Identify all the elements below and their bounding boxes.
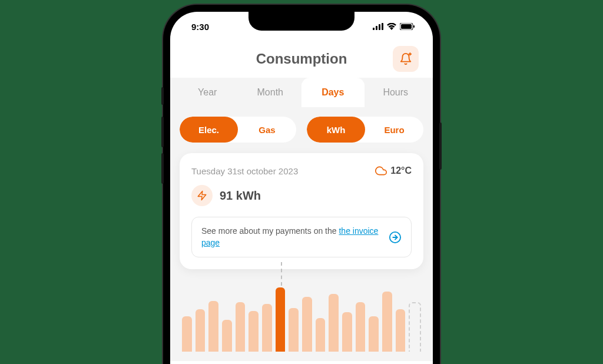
bell-plus-icon [399, 52, 412, 65]
chart-bar[interactable] [262, 304, 272, 352]
chart-bar[interactable] [276, 287, 286, 352]
chart-bar[interactable] [182, 316, 192, 352]
chart-bar[interactable] [289, 308, 299, 352]
unit-segment: kWh Euro [307, 117, 423, 143]
tab-month[interactable]: Month [239, 78, 302, 107]
period-tabs: Year Month Days Hours [170, 78, 433, 107]
chart-bar[interactable] [369, 316, 379, 352]
volume-down-button [161, 153, 164, 184]
arrow-circle-icon [389, 230, 402, 244]
signal-icon [373, 23, 383, 30]
summary-card: Tuesday 31st october 2023 12°C 91 kWh Se… [180, 153, 423, 269]
segment-gas[interactable]: Gas [238, 117, 296, 143]
chart-bar[interactable] [396, 309, 406, 352]
chart-bar[interactable] [208, 301, 218, 352]
invoice-callout[interactable]: See more about my payments on the the in… [191, 217, 412, 257]
chart-bar[interactable] [316, 318, 326, 352]
svg-rect-2 [379, 24, 380, 30]
chart-bar[interactable] [249, 311, 259, 352]
notification-button[interactable] [393, 46, 419, 72]
volume-up-button [161, 117, 164, 147]
svg-rect-5 [401, 24, 412, 29]
wifi-icon [387, 23, 396, 30]
chart-bar[interactable] [329, 294, 339, 352]
chart-bar[interactable] [222, 320, 232, 352]
segment-elec[interactable]: Elec. [180, 117, 238, 143]
selected-date: Tuesday 31st october 2023 [191, 166, 298, 176]
chart-bar[interactable] [196, 309, 206, 352]
consumption-chart[interactable] [180, 269, 423, 352]
battery-icon [400, 23, 415, 30]
svg-rect-0 [373, 28, 375, 30]
header: Consumption [170, 37, 433, 78]
page-title: Consumption [256, 51, 347, 67]
svg-rect-6 [413, 25, 415, 28]
chart-bar[interactable] [382, 292, 392, 352]
consumption-row: 91 kWh [191, 185, 412, 206]
segment-row: Elec. Gas kWh Euro [180, 117, 423, 143]
phone-frame: 9:30 Consumption Year Month Days Hours E… [163, 5, 440, 364]
temperature-value: 12°C [390, 166, 412, 176]
cloud-icon [375, 165, 387, 177]
card-header: Tuesday 31st october 2023 12°C [191, 165, 412, 177]
temperature: 12°C [375, 165, 412, 177]
segment-euro[interactable]: Euro [365, 117, 423, 143]
selection-indicator [281, 262, 282, 286]
chart-bar[interactable] [236, 302, 246, 352]
svg-marker-9 [198, 191, 206, 200]
silent-switch [161, 87, 164, 105]
status-icons [373, 23, 415, 30]
invoice-text: See more about my payments on the the in… [201, 226, 382, 249]
svg-rect-3 [382, 23, 383, 30]
lightning-icon [197, 190, 207, 201]
segment-kwh[interactable]: kWh [307, 117, 365, 143]
tab-year[interactable]: Year [176, 78, 239, 107]
chart-bar[interactable] [409, 302, 421, 352]
svg-rect-1 [376, 26, 377, 30]
invoice-pre: See more about my payments on the [201, 226, 339, 236]
chart-bar[interactable] [342, 312, 352, 352]
consumption-value: 91 kWh [220, 189, 261, 203]
tab-days[interactable]: Days [302, 78, 365, 107]
content-area: Elec. Gas kWh Euro Tuesday 31st october … [170, 107, 433, 361]
chart-bar[interactable] [302, 297, 312, 352]
chart-bar[interactable] [356, 302, 366, 352]
power-button [439, 123, 442, 170]
lightning-icon-wrap [191, 185, 213, 206]
status-time: 9:30 [191, 22, 209, 32]
tab-hours[interactable]: Hours [365, 78, 428, 107]
energy-segment: Elec. Gas [180, 117, 296, 143]
notch [249, 12, 354, 31]
phone-screen: 9:30 Consumption Year Month Days Hours E… [170, 12, 433, 364]
